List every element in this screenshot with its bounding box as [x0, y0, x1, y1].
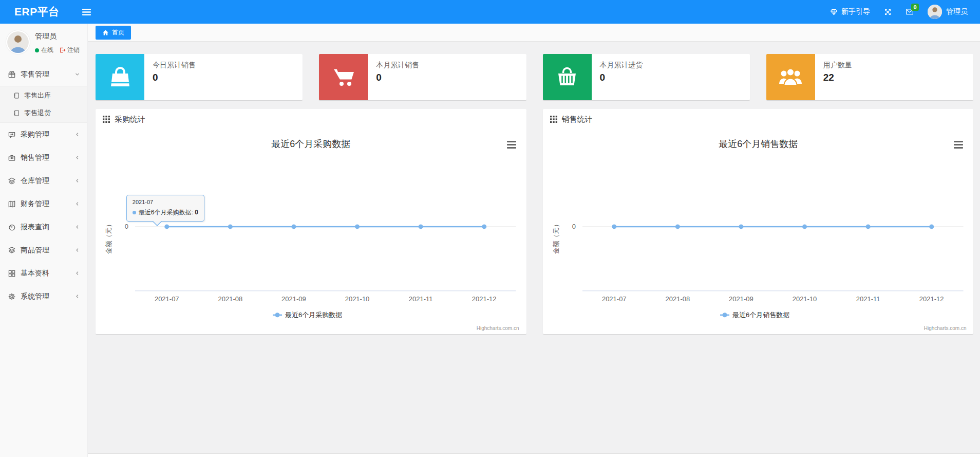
sidebar-toggle-button[interactable]: [82, 8, 91, 16]
line-chart: 最近6个月采购数据金额（元）02021-072021-082021-092021…: [96, 130, 526, 334]
x-axis-label: 2021-12: [919, 295, 944, 303]
main-area: 首页 今日累计销售0本月累计销售0本月累计进货0用户数量22 采购统计最近6个月…: [88, 24, 980, 457]
guide-button[interactable]: 新手引导: [830, 7, 870, 16]
sidebar-item-retail[interactable]: 零售管理: [0, 63, 87, 86]
basket-icon: [555, 65, 579, 89]
chevron-left-icon: [74, 270, 81, 277]
x-axis-label: 2021-10: [792, 295, 817, 303]
data-point[interactable]: [482, 224, 486, 229]
data-point[interactable]: [164, 224, 169, 229]
stat-cards-row: 今日累计销售0本月累计销售0本月累计进货0用户数量22: [96, 54, 973, 100]
file-icon: [13, 92, 20, 99]
sidebar: 管理员 在线 注销 零售管理零售出库零售退货采购管理销售管理仓库管理财务管理报表…: [0, 24, 87, 457]
sidebar-item-label: 采购管理: [21, 130, 69, 139]
data-point[interactable]: [291, 224, 296, 229]
panel-header: 销售统计: [543, 109, 974, 130]
user-menu[interactable]: 管理员: [928, 5, 968, 19]
book-icon: [8, 200, 16, 208]
credits-link[interactable]: Highcharts.com.cn: [924, 325, 966, 331]
fullscreen-button[interactable]: [884, 8, 892, 16]
chart-tooltip: 2021-07最近6个月采购数据: 0: [126, 195, 204, 222]
data-point[interactable]: [419, 224, 423, 229]
tooltip-value: 0: [195, 209, 198, 216]
user-name: 管理员: [946, 7, 968, 16]
x-axis-label: 2021-11: [856, 295, 880, 303]
stat-card-label: 本月累计进货: [600, 61, 643, 70]
navbar-right: 新手引导 0 管理员: [830, 5, 980, 19]
sidebar-item-finance[interactable]: 财务管理: [0, 192, 87, 215]
data-point[interactable]: [228, 224, 233, 229]
legend-marker-dot: [722, 313, 727, 317]
sidebar-item-label: 商品管理: [21, 246, 69, 255]
tab-home[interactable]: 首页: [96, 26, 131, 40]
x-axis-label: 2021-08: [665, 295, 690, 303]
legend-marker-dot: [275, 313, 280, 317]
panel-title: 采购统计: [115, 115, 145, 124]
sidebar-item-label: 仓库管理: [21, 176, 69, 186]
data-point[interactable]: [355, 224, 360, 229]
data-point[interactable]: [612, 224, 616, 229]
data-point[interactable]: [929, 224, 934, 229]
top-navbar: ERP平台 新手引导 0 管理员: [0, 0, 980, 24]
gift-icon: [8, 70, 16, 79]
sidebar-item-reports[interactable]: 报表查询: [0, 215, 87, 239]
sidebar-item-basic-data[interactable]: 基本资料: [0, 262, 87, 285]
stat-card-month-purchase: 本月累计进货0: [543, 54, 750, 100]
sidebar-subitem-label: 零售退货: [24, 108, 51, 118]
credits-link[interactable]: Highcharts.com.cn: [477, 325, 519, 331]
x-axis-label: 2021-09: [281, 295, 306, 303]
stat-card-icon-block: [96, 54, 144, 100]
tab-bar: 首页: [88, 24, 980, 42]
sidebar-subitem-retail-return[interactable]: 零售退货: [0, 104, 87, 122]
y-axis-title: 金额（元）: [105, 221, 112, 254]
chart-area: 最近6个月采购数据金额（元）02021-072021-082021-092021…: [96, 130, 526, 334]
guide-label: 新手引导: [841, 7, 870, 16]
legend-label: 最近6个月销售数据: [732, 311, 789, 319]
tooltip-header: 2021-07: [133, 199, 198, 205]
chart-area: 最近6个月销售数据金额（元）02021-072021-082021-092021…: [543, 130, 974, 334]
legend-item[interactable]: 最近6个月销售数据: [720, 311, 789, 319]
chart-context-menu-button[interactable]: [506, 140, 517, 150]
sidebar-item-goods[interactable]: 商品管理: [0, 239, 87, 262]
chevron-down-icon: [74, 71, 81, 78]
logout-icon: [59, 47, 66, 53]
sidebar-item-warehouse[interactable]: 仓库管理: [0, 169, 87, 192]
charts-row: 采购统计最近6个月采购数据金额（元）02021-072021-082021-09…: [96, 109, 973, 334]
sidebar-subitem-retail-outbound[interactable]: 零售出库: [0, 87, 87, 104]
chevron-left-icon: [74, 200, 81, 207]
online-status-label: 在线: [41, 46, 53, 54]
data-point[interactable]: [865, 224, 870, 229]
chart-title: 最近6个月采购数据: [271, 139, 350, 149]
chevron-left-icon: [74, 293, 81, 300]
sidebar-item-purchase[interactable]: 采购管理: [0, 123, 87, 146]
data-point[interactable]: [675, 224, 680, 229]
stat-card-label: 今日累计销售: [153, 61, 196, 70]
users-icon: [778, 65, 803, 89]
chevron-left-icon: [74, 247, 81, 253]
data-point[interactable]: [802, 224, 807, 229]
x-axis-label: 2021-08: [218, 295, 243, 303]
chevron-left-icon: [74, 131, 81, 138]
logout-button[interactable]: 注销: [59, 46, 80, 54]
chart-title: 最近6个月销售数据: [719, 139, 798, 149]
sidebar-item-sales[interactable]: 销售管理: [0, 146, 87, 169]
sidebar-menu: 零售管理零售出库零售退货采购管理销售管理仓库管理财务管理报表查询商品管理基本资料…: [0, 63, 87, 308]
legend-item[interactable]: 最近6个月采购数据: [273, 311, 342, 319]
stat-card-user-count: 用户数量22: [766, 54, 973, 100]
logout-label: 注销: [67, 46, 80, 54]
file-icon: [13, 109, 20, 117]
stat-card-icon-block: [766, 54, 815, 100]
sidebar-item-label: 零售管理: [21, 70, 69, 79]
diamond-icon: [830, 8, 838, 16]
sidebar-item-system[interactable]: 系统管理: [0, 285, 87, 308]
sidebar-user-panel: 管理员 在线 注销: [0, 24, 87, 60]
legend-label: 最近6个月采购数据: [285, 311, 342, 319]
stat-card-value: 0: [376, 72, 419, 83]
y-axis-tick: 0: [125, 223, 128, 230]
chart-context-menu-button[interactable]: [953, 140, 964, 150]
sidebar-item-label: 报表查询: [21, 223, 69, 232]
erp-app: ERP平台 新手引导 0 管理员 管理员: [0, 0, 980, 457]
data-point[interactable]: [739, 224, 743, 229]
messages-button[interactable]: 0: [906, 8, 914, 16]
stat-card-value: 22: [823, 72, 852, 83]
